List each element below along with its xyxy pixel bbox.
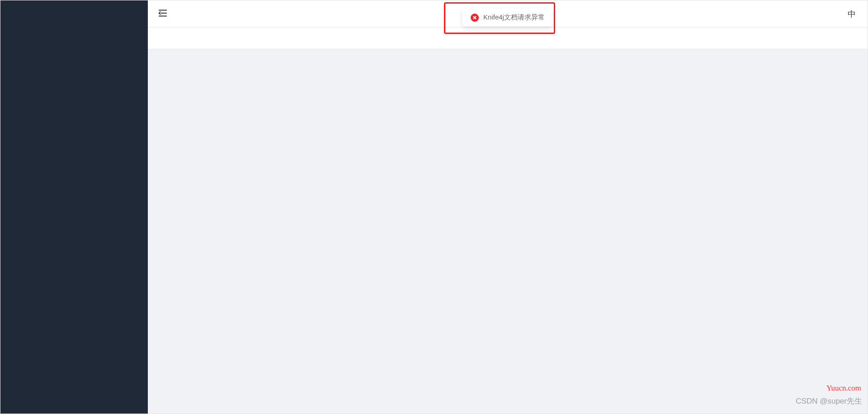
error-icon	[471, 14, 479, 22]
watermark-site: Yuucn.com	[826, 384, 861, 393]
menu-fold-icon	[158, 8, 168, 20]
language-label: 中	[848, 10, 856, 19]
app-root: 中 Knife4j文档请求异常 Yuucn.com CSDN @super先生	[0, 0, 868, 414]
sidebar	[0, 0, 148, 414]
language-switch-button[interactable]: 中	[845, 7, 859, 21]
menu-toggle-button[interactable]	[157, 8, 169, 20]
top-header: 中 Knife4j文档请求异常	[148, 0, 868, 28]
toast-message: Knife4j文档请求异常	[483, 13, 545, 22]
watermark-author: CSDN @super先生	[796, 396, 862, 406]
content-area	[148, 49, 868, 414]
main-area: 中 Knife4j文档请求异常 Yuucn.com CSDN @super先生	[148, 0, 868, 414]
error-toast: Knife4j文档请求异常	[462, 9, 553, 26]
tab-bar	[148, 28, 868, 49]
